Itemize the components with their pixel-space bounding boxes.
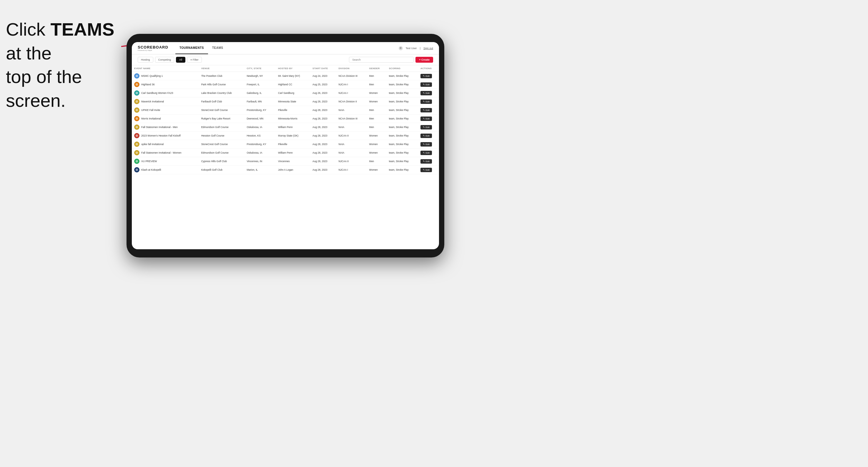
event-name-cell: Carl Sandburg Women FA23 [132,89,199,97]
table-row: upike fall invitational StoneCrest Golf … [132,140,439,149]
svg-point-4 [136,100,138,103]
gear-icon[interactable]: ⚙ [399,46,403,50]
event-icon [134,99,140,104]
venue-cell: Edmundson Golf Course [199,123,245,131]
edit-button[interactable]: ✎ Edit [421,142,432,147]
toolbar: Hosting Competing All ≡ Filter + Create [132,55,439,65]
hosted-by-cell: Minnesota State [276,97,310,106]
edit-button[interactable]: ✎ Edit [421,125,432,129]
actions-cell: ✎ Edit [418,123,439,131]
division-cell: NAIA [336,123,367,131]
event-icon [134,116,140,121]
start-date-cell: Aug 28, 2023 [310,149,336,157]
actions-cell: ✎ Edit [418,140,439,149]
col-start-date: START DATE [310,65,336,72]
scoring-cell: team, Stroke Play [386,80,418,89]
city-state-cell: Newburgh, NY [244,72,276,80]
create-button[interactable]: + Create [415,57,433,63]
event-icon [134,82,140,87]
table-container: EVENT NAME VENUE CITY, STATE HOSTED BY S… [132,65,439,249]
event-icon [134,73,140,79]
filter-button[interactable]: ≡ Filter [187,57,202,63]
event-name: 2023 Women's Hesston Fall Kickoff [141,134,181,137]
table-row: Klash at Kokopelli Kokopelli Golf Club M… [132,166,439,174]
table-row: Morris Invitational Ruttger's Bay Lake R… [132,115,439,123]
scoring-cell: team, Stroke Play [386,149,418,157]
hosting-button[interactable]: Hosting [138,57,153,63]
event-name-cell: Morris Invitational [132,115,199,123]
edit-button[interactable]: ✎ Edit [421,74,432,78]
edit-button[interactable]: ✎ Edit [421,83,432,87]
event-name: upike fall invitational [141,143,164,146]
logo-sub: Powered by clippit [138,50,168,51]
city-state-cell: Oskaloosa, IA [244,123,276,131]
venue-cell: Faribault Golf Club [199,97,245,106]
edit-button[interactable]: ✎ Edit [421,168,432,172]
division-cell: NJCAA II [336,131,367,140]
event-name: Maverick Invitational [141,100,164,103]
event-icon [134,133,140,138]
all-button[interactable]: All [176,57,185,63]
start-date-cell: Aug 28, 2023 [310,140,336,149]
header-right: ⚙ Test User | Sign out [399,46,433,50]
gender-cell: Men [367,115,386,123]
actions-cell: ✎ Edit [418,97,439,106]
svg-point-2 [136,83,138,86]
gender-cell: Women [367,97,386,106]
table-row: Highland 36 Park Hills Golf Course Freep… [132,80,439,89]
event-icon [134,150,140,155]
event-name-cell: Maverick Invitational [132,97,199,106]
tab-teams[interactable]: TEAMS [208,42,227,54]
col-venue: VENUE [199,65,245,72]
edit-button[interactable]: ✎ Edit [421,99,432,104]
event-name: UPIKE Fall Invite [141,108,160,112]
search-input[interactable] [349,57,414,63]
scoring-cell: team, Stroke Play [386,97,418,106]
scoring-cell: team, Stroke Play [386,89,418,97]
edit-button[interactable]: ✎ Edit [421,159,432,164]
division-cell: NJCAA I [336,166,367,174]
city-state-cell: Prestonsburg, KY [244,106,276,115]
competing-button[interactable]: Competing [155,57,175,63]
gender-cell: Women [367,89,386,97]
svg-point-3 [136,92,138,94]
table-row: Maverick Invitational Faribault Golf Clu… [132,97,439,106]
event-icon [134,159,140,164]
start-date-cell: Aug 25, 2023 [310,80,336,89]
edit-button[interactable]: ✎ Edit [421,108,432,113]
edit-button[interactable]: ✎ Edit [421,91,432,95]
event-name-cell: 2023 Women's Hesston Fall Kickoff [132,131,199,140]
hosted-by-cell: Pikeville [276,140,310,149]
hosted-by-cell: Murray State (OK) [276,131,310,140]
gender-cell: Women [367,140,386,149]
svg-point-1 [136,75,138,77]
edit-button[interactable]: ✎ Edit [421,133,432,138]
division-cell: NCAA Division III [336,72,367,80]
logo-area: SCOREBOARD Powered by clippit [138,45,168,51]
scoring-cell: team, Stroke Play [386,115,418,123]
event-name-cell: Highland 36 [132,80,199,89]
logo-text: SCOREBOARD [138,45,168,50]
event-name-cell: Fall Statesmen Invitational - Women [132,149,199,157]
division-cell: NAIA [336,140,367,149]
venue-cell: StoneCrest Golf Course [199,140,245,149]
division-cell: NJCAA II [336,157,367,166]
edit-button[interactable]: ✎ Edit [421,117,432,121]
signout-link[interactable]: Sign out [424,47,433,50]
division-cell: NCAA Division III [336,115,367,123]
venue-cell: Lake Bracken Country Club [199,89,245,97]
venue-cell: Ruttger's Bay Lake Resort [199,115,245,123]
city-state-cell: Hesston, KS [244,131,276,140]
scoring-cell: team, Stroke Play [386,106,418,115]
actions-cell: ✎ Edit [418,89,439,97]
col-scoring: SCORING [386,65,418,72]
event-name: Carl Sandburg Women FA23 [141,92,173,94]
division-cell: NJCAA I [336,80,367,89]
city-state-cell: Deerwood, MN [244,115,276,123]
hosted-by-cell: Minnesota-Morris [276,115,310,123]
svg-point-12 [136,168,138,171]
edit-button[interactable]: ✎ Edit [421,151,432,155]
tab-tournaments[interactable]: TOURNAMENTS [175,42,208,54]
gender-cell: Women [367,149,386,157]
actions-cell: ✎ Edit [418,131,439,140]
